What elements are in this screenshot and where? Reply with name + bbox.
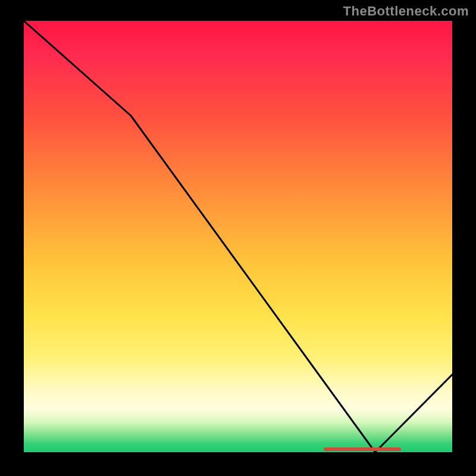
optimal-marker xyxy=(324,447,401,451)
watermark-text: TheBottleneck.com xyxy=(343,4,469,19)
series-path xyxy=(24,21,452,452)
chart-frame: TheBottleneck.com xyxy=(0,0,476,476)
plot-area xyxy=(24,21,452,452)
data-line xyxy=(24,21,452,452)
